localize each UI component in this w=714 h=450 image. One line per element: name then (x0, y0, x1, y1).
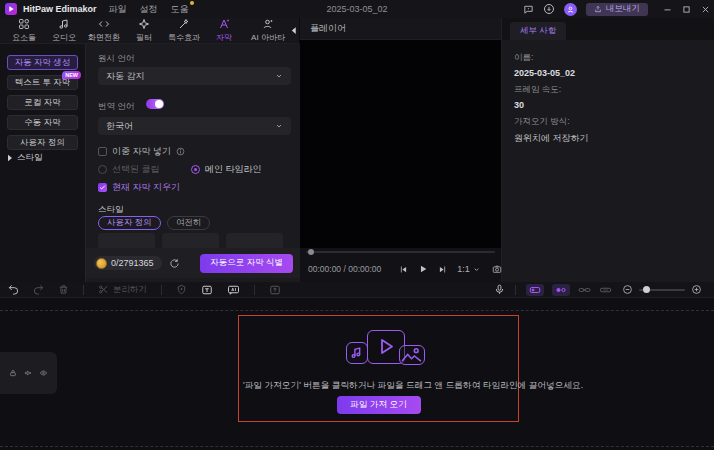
collapse-panel-icon[interactable] (290, 26, 297, 35)
zoom-ratio-select[interactable]: 1:1 (457, 264, 480, 274)
previous-frame-icon[interactable] (399, 265, 408, 274)
export-button[interactable]: 내보내기 (586, 3, 648, 16)
refresh-icon[interactable] (169, 258, 180, 269)
redo-button[interactable] (33, 284, 44, 295)
user-avatar[interactable] (564, 3, 577, 16)
slider-handle[interactable] (643, 286, 650, 293)
zoom-in-icon[interactable] (691, 284, 702, 295)
info-icon[interactable] (176, 147, 185, 156)
tab-label: 자막 (216, 32, 232, 43)
player-scrubber[interactable] (300, 248, 501, 256)
tab-transitions[interactable]: 화면전환 (84, 18, 124, 43)
chevron-down-icon (473, 266, 480, 273)
tab-label: 화면전환 (88, 32, 120, 43)
track-height-icon[interactable] (599, 285, 612, 295)
tab-elements[interactable]: 요소들 (4, 18, 44, 43)
tab-audio[interactable]: 오디오 (44, 18, 84, 43)
tab-details[interactable]: 세부 사항 (510, 22, 566, 40)
magnetic-timeline-icon[interactable] (552, 284, 570, 296)
tab-subtitles[interactable]: 자막 (204, 18, 244, 43)
next-frame-icon[interactable] (438, 265, 447, 274)
menu-file[interactable]: 파일 (109, 3, 127, 16)
auto-subtitle-settings-panel: 원시 언어 자동 감지 번역 언어 한국어 이중 자막 넣기 선택된 클립 메인… (85, 44, 300, 282)
snapshot-icon[interactable] (492, 264, 502, 274)
field-label: 가져오기 방식: (514, 116, 589, 128)
style-section-label: 스타일 (98, 204, 124, 216)
selected-value: 한국어 (106, 120, 133, 133)
tab-ai-avatar[interactable]: AI 아바타 (244, 18, 292, 43)
undo-button[interactable] (8, 284, 19, 295)
zoom-out-icon[interactable] (622, 284, 633, 295)
notification-dot (190, 1, 194, 5)
timeline-toolbar: 분리하기 (0, 282, 714, 298)
minimize-button[interactable] (663, 5, 672, 14)
tab-effects[interactable]: 특수효과 (164, 18, 204, 43)
radio-icon (191, 165, 200, 174)
import-file-button[interactable]: 파일 가져 오기 (337, 396, 421, 414)
dropzone-hint: '파일 가져오기' 버튼을 클릭하거나 파일을 드래그 앤 드롭하여 타임라인에… (243, 380, 514, 392)
player-header: 플레이어 (300, 18, 501, 40)
bilingual-subtitle-checkbox[interactable]: 이중 자막 넣기 (98, 145, 185, 158)
sidebar-item-auto-subtitle[interactable]: 자동 자막 생성 (7, 55, 78, 70)
hide-track-icon[interactable] (39, 369, 48, 377)
field-value: 30 (514, 100, 561, 110)
voiceover-mic-icon[interactable] (494, 284, 505, 295)
clear-subtitles-checkbox[interactable]: 현재 자막 지우기 (98, 181, 180, 194)
download-icon[interactable] (543, 3, 555, 15)
menu-help[interactable]: 도움 (171, 3, 189, 16)
app-name: HitPaw Edimakor (23, 4, 97, 14)
video-preview[interactable] (300, 40, 501, 248)
checkbox-label: 현재 자막 지우기 (112, 181, 180, 194)
source-language-select[interactable]: 자동 감지 (98, 67, 291, 85)
ai-subtitle-button[interactable] (227, 284, 240, 296)
detail-field-import-mode: 가져오기 방식: 원위치에 저장하기 (514, 116, 589, 145)
link-clips-icon[interactable] (578, 285, 591, 295)
radio-icon (98, 165, 107, 174)
sidebar-item-label: 수동 자막 (24, 117, 60, 129)
sidebar-item-custom[interactable]: 사용자 정의 (7, 135, 78, 150)
lock-track-icon[interactable] (9, 369, 17, 377)
style-tab-still[interactable]: 여전히 (167, 216, 211, 230)
keyframe-icon[interactable] (176, 284, 187, 295)
style-tab-custom[interactable]: 사용자 정의 (98, 216, 161, 230)
sidebar-item-style[interactable]: 스타일 (7, 151, 78, 165)
auto-ripple-icon[interactable] (526, 284, 544, 296)
effects-icon (178, 18, 190, 30)
sidebar-item-label: 스타일 (17, 152, 43, 164)
mute-track-icon[interactable] (24, 369, 32, 377)
track-guide-line (0, 310, 714, 311)
auto-identify-button[interactable]: 자동으로 자막 식별 (200, 254, 293, 273)
source-language-label: 원시 언어 (98, 53, 134, 65)
field-label: 프레임 속도: (514, 84, 561, 96)
split-button[interactable]: 분리하기 (98, 284, 147, 296)
scrubber-handle[interactable] (308, 249, 314, 255)
tab-filters[interactable]: 필터 (124, 18, 164, 43)
delete-button[interactable] (58, 284, 69, 295)
sidebar-item-text-to-subtitle[interactable]: 텍스트 투 자막 NEW (7, 75, 78, 90)
tab-label: 필터 (136, 32, 152, 43)
main-timeline-radio[interactable]: 메인 타임라인 (191, 163, 262, 176)
sidebar-item-manual-subtitle[interactable]: 수동 자막 (7, 115, 78, 130)
split-label: 분리하기 (113, 284, 147, 296)
sidebar-item-local-subtitle[interactable]: 로컬 자막 (7, 95, 78, 110)
timeline-zoom-slider[interactable] (639, 289, 685, 291)
import-dropzone[interactable]: '파일 가져오기' 버튼을 클릭하거나 파일을 드래그 앤 드롭하여 타임라인에… (238, 315, 519, 422)
chevron-down-icon (275, 72, 283, 80)
credits-value: 0/2791365 (111, 258, 154, 268)
close-button[interactable] (701, 5, 710, 14)
play-icon[interactable] (418, 264, 428, 274)
add-text-button[interactable] (201, 284, 213, 296)
export-clip-icon[interactable] (269, 284, 281, 296)
player-controls: 00:00:00 / 00:00:00 1:1 (300, 256, 501, 282)
translate-language-select[interactable]: 한국어 (98, 117, 291, 135)
feedback-icon[interactable] (523, 4, 534, 15)
radio-label: 선택된 클립 (112, 163, 160, 176)
translate-toggle[interactable] (146, 99, 164, 109)
maximize-button[interactable] (682, 5, 691, 14)
menu-settings[interactable]: 설정 (140, 3, 158, 16)
selected-clip-radio[interactable]: 선택된 클립 (98, 163, 160, 176)
app-logo-icon (5, 3, 17, 15)
chevron-down-icon (275, 122, 283, 130)
timeline-tracks-area[interactable]: '파일 가져오기' 버튼을 클릭하거나 파일을 드래그 앤 드롭하여 타임라인에… (0, 298, 714, 450)
selected-value: 자동 감지 (106, 70, 145, 83)
